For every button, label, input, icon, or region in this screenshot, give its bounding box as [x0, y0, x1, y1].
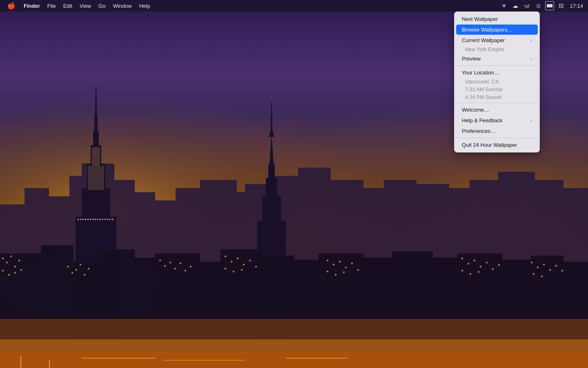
- svg-rect-143: [541, 276, 543, 277]
- menu-help-feedback[interactable]: Help & Feedback ›: [456, 115, 538, 126]
- svg-rect-140: [555, 265, 557, 267]
- menubar-edit[interactable]: Edit: [60, 2, 76, 10]
- svg-rect-138: [543, 264, 545, 265]
- svg-rect-37: [85, 219, 86, 220]
- svg-rect-128: [231, 261, 232, 263]
- svg-rect-137: [537, 267, 539, 268]
- svg-rect-50: [92, 147, 100, 166]
- svg-rect-141: [561, 270, 563, 272]
- help-feedback-label: Help & Feedback: [462, 117, 503, 123]
- svg-rect-42: [97, 219, 98, 220]
- svg-rect-135: [241, 269, 243, 271]
- svg-rect-116: [343, 272, 345, 273]
- svg-rect-129: [237, 258, 238, 259]
- svg-rect-33: [96, 86, 96, 100]
- timer-icon[interactable]: ⊙: [534, 1, 543, 10]
- menubar-file[interactable]: File: [44, 2, 59, 10]
- svg-rect-111: [345, 267, 347, 268]
- svg-rect-105: [180, 263, 181, 264]
- svg-rect-124: [461, 270, 463, 272]
- svg-rect-48: [112, 219, 113, 220]
- svg-rect-96: [71, 272, 73, 274]
- svg-rect-93: [14, 272, 16, 274]
- svg-rect-97: [76, 269, 77, 271]
- battery-icon[interactable]: [545, 1, 554, 10]
- svg-rect-81: [20, 356, 21, 368]
- svg-rect-49: [88, 166, 104, 190]
- svg-rect-89: [14, 266, 16, 267]
- menubar-help[interactable]: Help: [136, 2, 154, 10]
- svg-rect-41: [95, 219, 96, 220]
- svg-rect-54: [268, 164, 275, 180]
- preview-chevron: ›: [530, 56, 532, 61]
- svg-rect-40: [92, 219, 94, 220]
- menubar-time: 17:14: [570, 3, 583, 9]
- svg-rect-94: [20, 269, 22, 271]
- cloud-icon[interactable]: ☁: [511, 1, 520, 10]
- apple-menu[interactable]: 🍎: [3, 2, 20, 10]
- svg-rect-106: [185, 270, 186, 272]
- svg-rect-103: [169, 262, 171, 263]
- menu-location-city: Vancouver, CA: [456, 78, 538, 85]
- controlcenter-icon[interactable]: ⊟: [557, 1, 566, 10]
- location-sunrise-label: 7:31 AM Sunrise: [465, 87, 503, 92]
- menubar-go[interactable]: Go: [95, 2, 109, 10]
- svg-rect-36: [82, 219, 84, 220]
- help-feedback-chevron: ›: [530, 118, 532, 123]
- svg-rect-45: [105, 219, 106, 220]
- svg-rect-112: [351, 263, 353, 264]
- svg-rect-109: [333, 264, 334, 265]
- your-location-label: Your Location…: [462, 70, 499, 76]
- svg-rect-114: [327, 271, 328, 272]
- svg-rect-119: [474, 260, 475, 261]
- svg-rect-108: [327, 260, 328, 261]
- svg-rect-85: [286, 358, 347, 359]
- brightness-icon[interactable]: ☀: [499, 1, 508, 10]
- svg-rect-121: [486, 262, 488, 263]
- menu-current-wallpaper[interactable]: Current Wallpaper ›: [456, 35, 538, 45]
- svg-rect-80: [0, 352, 588, 368]
- menu-your-location[interactable]: Your Location…: [456, 67, 538, 78]
- menu-next-wallpaper[interactable]: Next Wallpaper: [456, 14, 538, 24]
- quit-label: Quit 24 Hour Wallpaper: [462, 142, 517, 148]
- location-sunset-label: 4:24 PM Sunset: [465, 94, 501, 100]
- separator-2: [454, 103, 539, 103]
- separator-1: [454, 65, 539, 66]
- svg-rect-92: [8, 274, 10, 276]
- dropdown-menu: Next Wallpaper Browse Wallpapers… Curren…: [454, 11, 540, 153]
- svg-rect-58: [271, 114, 272, 137]
- svg-rect-99: [84, 274, 85, 276]
- menubar-view[interactable]: View: [76, 2, 94, 10]
- current-wallpaper-label: Current Wallpaper: [462, 37, 505, 43]
- svg-rect-32: [95, 98, 97, 117]
- butterfly-icon[interactable]: 🦋: [522, 1, 531, 10]
- svg-rect-43: [100, 219, 101, 220]
- svg-rect-134: [233, 271, 234, 272]
- menu-preferences[interactable]: Preferences…: [456, 126, 538, 136]
- svg-rect-125: [470, 273, 471, 275]
- menu-quit[interactable]: Quit 24 Hour Wallpaper: [456, 140, 538, 150]
- menubar-finder[interactable]: Finder: [20, 2, 43, 10]
- svg-rect-31: [94, 114, 98, 133]
- welcome-label: Welcome…: [462, 107, 489, 113]
- svg-rect-34: [78, 219, 79, 220]
- svg-rect-126: [478, 271, 479, 273]
- svg-rect-83: [82, 358, 155, 359]
- svg-rect-87: [6, 262, 8, 263]
- svg-rect-95: [67, 266, 69, 267]
- menu-preview[interactable]: Preview ›: [456, 54, 538, 64]
- svg-rect-90: [18, 260, 20, 261]
- svg-rect-136: [531, 262, 532, 263]
- svg-rect-130: [243, 264, 245, 265]
- svg-rect-110: [339, 261, 341, 263]
- menu-wallpaper-name: New York Empire: [456, 46, 538, 53]
- menu-browse-wallpapers[interactable]: Browse Wallpapers…: [456, 25, 538, 35]
- location-city-label: Vancouver, CA: [465, 79, 499, 85]
- svg-rect-47: [109, 219, 111, 220]
- svg-rect-30: [93, 131, 99, 147]
- menubar-window[interactable]: Window: [109, 2, 135, 10]
- svg-rect-35: [80, 219, 81, 220]
- svg-rect-102: [164, 265, 166, 267]
- menu-welcome[interactable]: Welcome…: [456, 105, 538, 115]
- svg-rect-107: [190, 266, 192, 267]
